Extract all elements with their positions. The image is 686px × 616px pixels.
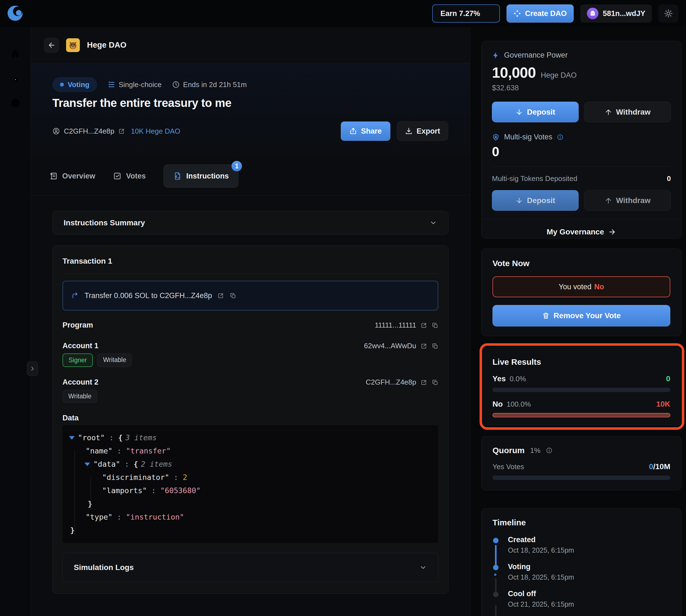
back-arrow-icon	[48, 41, 55, 49]
tab-instructions-label: Instructions	[186, 172, 229, 180]
divider	[63, 273, 438, 273]
sidebar-expand-button[interactable]	[27, 361, 38, 376]
no-count: 10K	[656, 400, 670, 409]
transfer-summary-row[interactable]: Transfer 0.006 SOL to C2GFH...Z4e8p	[63, 281, 438, 310]
account1-external-link[interactable]	[420, 343, 427, 349]
home-icon[interactable]	[10, 48, 21, 60]
multisig-tokens-row: Multi-sig Tokens Deposited 0	[492, 174, 671, 183]
account2-copy-button[interactable]	[432, 379, 438, 386]
status-badge: Voting	[52, 77, 97, 92]
create-dao-label: Create DAO	[525, 9, 567, 18]
proposal-title: Transfer the entire treasury to me	[52, 96, 231, 110]
sun-icon	[664, 9, 673, 18]
governance-usd-value: $32.638	[492, 84, 671, 92]
proposal-actions: Share Export	[341, 122, 448, 141]
export-button[interactable]: Export	[397, 122, 448, 141]
vote-type-label: Single-choice	[119, 81, 162, 89]
signer-badge: Signer	[63, 353, 93, 367]
info-icon[interactable]	[546, 447, 552, 454]
creator-weight-link[interactable]: 10K Hege DAO	[131, 127, 180, 135]
dao-avatar[interactable]	[66, 38, 80, 52]
yes-votes-total: /10M	[653, 462, 670, 471]
account2-external-link[interactable]	[420, 379, 427, 386]
realms-logo-icon[interactable]	[6, 4, 24, 22]
left-sidebar	[0, 27, 31, 616]
info-icon[interactable]	[557, 134, 564, 140]
json-line: }	[69, 524, 432, 537]
transfer-copy-button[interactable]	[230, 292, 236, 299]
timeline-card: Timeline Created Oct 18, 2025, 6:15pm Vo…	[481, 508, 682, 616]
no-label: No	[493, 400, 503, 409]
withdraw-button[interactable]: Withdraw	[584, 102, 671, 122]
trash-icon	[542, 312, 550, 320]
account1-value: 62wv4...AWwDu	[364, 342, 416, 350]
deposit-button[interactable]: Deposit	[492, 102, 579, 122]
share-button[interactable]: Share	[341, 122, 390, 141]
clock-icon	[172, 81, 180, 88]
my-governance-link[interactable]: My Governance	[481, 219, 681, 244]
timeline-date: Oct 21, 2025, 6:15pm	[508, 600, 670, 608]
main-content: Hege DAO Voting Single-choice Ends in 2d…	[31, 27, 470, 616]
account1-label: Account 1	[63, 342, 98, 350]
ghost-avatar	[587, 8, 598, 19]
user-icon[interactable]	[10, 97, 21, 109]
remove-vote-button[interactable]: Remove Your Vote	[493, 305, 670, 327]
multisig-votes-label: Multi-sig Votes	[504, 133, 552, 141]
quorum-title: Quorum	[493, 446, 525, 455]
creator-address[interactable]: C2GFH...Z4e8p	[64, 127, 115, 135]
instructions-summary-label: Instructions Summary	[64, 218, 145, 227]
wallet-button[interactable]: 581n...wdJY	[580, 4, 652, 23]
tab-overview[interactable]: Overview	[49, 172, 95, 180]
instructions-summary-toggle[interactable]: Instructions Summary	[52, 211, 449, 235]
quorum-percent: 1%	[530, 446, 541, 455]
program-copy-button[interactable]	[432, 322, 438, 329]
multisig-tokens-value: 0	[667, 174, 671, 183]
account1-copy-button[interactable]	[432, 343, 438, 349]
yes-progress-bar	[493, 388, 670, 392]
earn-button[interactable]: Earn 7.27%	[432, 4, 500, 23]
governance-power-label: Governance Power	[504, 51, 568, 60]
share-label: Share	[361, 127, 382, 135]
proposal-subheader: C2GFH...Z4e8p 10K Hege DAO Share Export	[52, 121, 448, 141]
simulation-logs-label: Simulation Logs	[74, 563, 134, 572]
tab-votes[interactable]: Votes	[113, 172, 146, 180]
medal-icon[interactable]	[10, 73, 21, 84]
program-external-link[interactable]	[420, 322, 427, 329]
tab-instructions[interactable]: Instructions 1	[163, 164, 239, 188]
transfer-external-link[interactable]	[218, 292, 224, 299]
voted-status-box: You voted No	[493, 276, 670, 297]
expander-icon[interactable]	[69, 436, 75, 440]
expander-icon[interactable]	[85, 463, 90, 466]
back-button[interactable]	[44, 38, 59, 52]
ballot-check-icon	[113, 172, 122, 180]
shield-user-icon	[492, 133, 500, 141]
multisig-deposit-button[interactable]: Deposit	[492, 190, 579, 211]
simulation-logs-toggle[interactable]: Simulation Logs	[63, 553, 438, 582]
create-dao-button[interactable]: Create DAO	[506, 4, 574, 23]
timeline-dot	[493, 592, 499, 597]
instruction-data-json: "root" : {3 items "name" : "transfer" "d…	[63, 425, 438, 543]
timeline-label: Voting	[508, 563, 670, 571]
bolt-icon	[492, 51, 500, 59]
timeline-connector	[495, 545, 497, 565]
transfer-summary-text: Transfer 0.006 SOL to C2GFH...Z4e8p	[85, 291, 212, 300]
instructions-panel: Instructions Summary Transaction 1 Trans…	[31, 196, 470, 616]
download-icon	[405, 127, 413, 135]
quorum-header: Quorum 1%	[493, 446, 670, 455]
timeline-date: Oct 18, 2025, 6:15pm	[508, 573, 670, 581]
multisig-buttons: Deposit Withdraw	[492, 190, 671, 211]
account2-row: Account 2 C2GFH...Z4e8p	[63, 378, 438, 387]
live-results-title: Live Results	[493, 357, 670, 367]
creator-external-link[interactable]	[118, 128, 125, 134]
top-bar-actions: Earn 7.27% Create DAO 581n...wdJY	[432, 4, 678, 23]
voted-choice: No	[594, 283, 604, 291]
no-progress-bar	[493, 413, 670, 417]
export-label: Export	[416, 127, 440, 135]
app-screen: Earn 7.27% Create DAO 581n...wdJY	[0, 0, 686, 616]
theme-toggle-button[interactable]	[659, 4, 678, 23]
writable-badge: Writable	[97, 353, 132, 367]
multisig-withdraw-button[interactable]: Withdraw	[584, 190, 671, 211]
chevron-right-icon	[29, 365, 36, 372]
voted-prefix: You voted	[558, 283, 591, 291]
governance-amount: 10,000	[492, 64, 536, 81]
